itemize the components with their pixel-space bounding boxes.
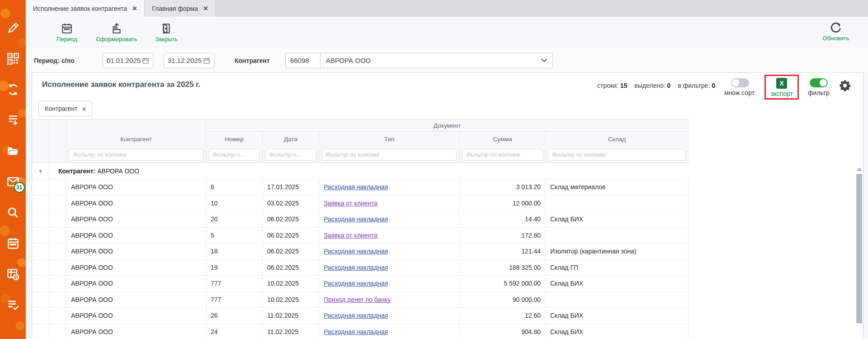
header-warehouse[interactable]: Склад: [546, 132, 689, 147]
search-icon[interactable]: [7, 206, 19, 219]
document-link[interactable]: Заявка от клиента: [324, 232, 377, 239]
filter-toggle[interactable]: фильтр: [808, 75, 830, 96]
date-to-input[interactable]: [168, 57, 203, 64]
type-column-filter-input[interactable]: [321, 149, 457, 161]
row-contragent-cell: АВРОРА ООО: [66, 308, 206, 324]
schedule-table-icon[interactable]: [7, 268, 19, 281]
collapse-arrow-icon[interactable]: ▾: [32, 163, 49, 179]
date-column-filter-input[interactable]: [265, 149, 316, 161]
group-row[interactable]: ▾ Контрагент: АВРОРА ООО: [32, 163, 689, 179]
header-expand-column: [32, 119, 49, 147]
table-body: АВРОРА ООО 6 17.01.2025 Расходная наклад…: [32, 179, 689, 339]
contragent-select[interactable]: АВРОРА ООО: [321, 53, 553, 68]
filter-toggle-label: фильтр: [808, 89, 830, 96]
document-link[interactable]: Расходная накладная: [324, 248, 388, 255]
tab-report[interactable]: Исполнение заявок контрагента ×: [26, 0, 145, 17]
chip-close-icon[interactable]: ×: [82, 105, 86, 113]
qr-code-icon[interactable]: [7, 53, 19, 65]
document-link[interactable]: Расходная накладная: [324, 312, 388, 319]
vertical-scrollbar[interactable]: [855, 166, 863, 339]
date-from-input[interactable]: [107, 57, 142, 64]
header-date[interactable]: Дата: [263, 132, 319, 147]
document-link[interactable]: Расходная накладная: [324, 215, 388, 223]
contragent-column-filter-input[interactable]: [69, 149, 203, 161]
tab-main-form-close-icon[interactable]: ×: [203, 5, 208, 12]
sum-column-filter-input[interactable]: [462, 149, 543, 161]
contragent-code-field[interactable]: [285, 53, 321, 68]
task-list-icon[interactable]: [7, 299, 19, 311]
row-warehouse-cell: Склад БИХ: [546, 308, 689, 324]
row-warehouse-cell: [546, 228, 689, 244]
multisort-switch-icon[interactable]: [731, 78, 749, 87]
contragent-code-input[interactable]: [290, 57, 316, 64]
settings-gear-icon[interactable]: [839, 75, 851, 94]
row-select-cell: [49, 308, 66, 324]
header-type[interactable]: Тип: [319, 132, 460, 147]
scroll-up-icon[interactable]: [857, 167, 862, 171]
close-button[interactable]: Закрыть: [142, 23, 191, 43]
mail-icon[interactable]: 31: [7, 176, 19, 188]
number-column-filter-input[interactable]: [208, 149, 260, 161]
refresh-button[interactable]: Обновить: [816, 21, 856, 42]
row-select-cell: [49, 292, 66, 308]
document-link[interactable]: Расходная накладная: [324, 328, 388, 335]
export-document-icon[interactable]: [7, 114, 19, 127]
table-row[interactable]: АВРОРА ООО 18 06.02.2025 Расходная накла…: [32, 244, 689, 260]
row-sum-cell: 14.40: [460, 211, 546, 227]
calendar-icon[interactable]: [7, 237, 19, 250]
table-row[interactable]: АВРОРА ООО 19 06.02.2025 Расходная накла…: [32, 260, 689, 276]
filter-switch-icon[interactable]: [810, 78, 828, 87]
header-number[interactable]: Номер: [206, 132, 263, 147]
table-row[interactable]: АВРОРА ООО 777 10.02.2025 Приход денег п…: [32, 292, 689, 308]
row-date-cell: 11.02.2025: [263, 308, 319, 324]
warehouse-column-filter-input[interactable]: [548, 149, 686, 161]
document-link[interactable]: Расходная накладная: [324, 264, 388, 271]
document-link[interactable]: Расходная накладная: [324, 183, 388, 191]
tab-main-form[interactable]: Главная форма ×: [145, 0, 216, 17]
row-number-cell: 26: [206, 308, 263, 324]
date-to-field[interactable]: [164, 53, 214, 68]
table-row[interactable]: АВРОРА ООО 6 17.01.2025 Расходная наклад…: [32, 179, 689, 196]
row-sum-cell: 3 013.20: [460, 179, 546, 195]
table-row[interactable]: АВРОРА ООО 5 06.02.2025 Заявка от клиент…: [32, 228, 689, 244]
folder-icon[interactable]: [7, 145, 19, 158]
document-link[interactable]: Расходная накладная: [324, 280, 388, 287]
in-filter-count: в фильтре: 0: [678, 82, 715, 89]
generate-button[interactable]: Сформировать: [92, 23, 142, 43]
table-row[interactable]: АВРОРА ООО 24 11.02.2025 Расходная накла…: [32, 324, 689, 339]
tab-report-close-icon[interactable]: ×: [132, 5, 137, 12]
sync-icon[interactable]: [7, 83, 19, 96]
row-contragent-cell: АВРОРА ООО: [66, 260, 206, 276]
table-row[interactable]: АВРОРА ООО 777 10.02.2025 Расходная накл…: [32, 276, 689, 292]
row-expand-cell: [32, 260, 49, 276]
table-row[interactable]: АВРОРА ООО 26 11.02.2025 Расходная накла…: [32, 308, 689, 324]
table-row[interactable]: АВРОРА ООО 10 03.02.2025 Заявка от клиен…: [32, 196, 689, 212]
export-button[interactable]: X экспорт: [764, 75, 799, 100]
scrollbar-thumb[interactable]: [856, 174, 862, 323]
row-sum-cell: 12 000.00: [460, 196, 546, 211]
edit-icon[interactable]: [7, 22, 19, 34]
date-from-field[interactable]: [103, 53, 153, 68]
header-sum[interactable]: Сумма: [460, 132, 546, 147]
report-header: Исполнение заявок контрагента за 2025 г.…: [32, 73, 863, 101]
row-date-cell: 10.02.2025: [263, 276, 319, 291]
tab-main-form-label: Главная форма: [152, 5, 198, 12]
contragent-filter-chip[interactable]: Контрагент ×: [38, 101, 92, 116]
header-group-document: Документ: [206, 119, 689, 132]
report-table: Контрагент Документ Номер Дата Тип Сумма…: [32, 119, 689, 339]
row-select-cell: [49, 179, 66, 195]
header-contragent[interactable]: Контрагент: [66, 119, 206, 147]
app-window: 31 Исполнение заявок контрагента × Главн…: [0, 0, 868, 339]
period-button[interactable]: Период: [42, 23, 92, 43]
row-contragent-cell: АВРОРА ООО: [66, 276, 206, 291]
row-number-cell: 5: [206, 228, 263, 244]
document-link[interactable]: Заявка от клиента: [324, 200, 377, 207]
multisort-toggle[interactable]: множ.сорт.: [724, 75, 755, 96]
table-row[interactable]: АВРОРА ООО 20 06.02.2025 Расходная накла…: [32, 211, 689, 228]
row-type-cell: Расходная накладная: [319, 211, 460, 227]
row-type-cell: Расходная накладная: [319, 179, 460, 195]
chevron-down-icon: [541, 58, 547, 62]
row-warehouse-cell: Склад БИХ: [546, 324, 689, 339]
document-link[interactable]: Приход денег по банку: [324, 296, 391, 303]
group-row-text: Контрагент: АВРОРА ООО: [49, 167, 689, 175]
